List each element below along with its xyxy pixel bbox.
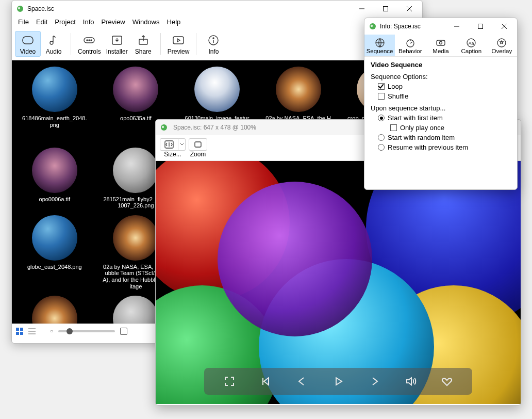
preview-canvas [156, 161, 521, 404]
thumbnail-caption: opo0635a.tif [119, 114, 153, 122]
installer-icon [107, 34, 127, 47]
thumbnail-size-slider[interactable] [58, 330, 115, 332]
previous-icon[interactable] [292, 372, 312, 391]
start-random-radio[interactable] [378, 134, 385, 141]
tab-overlay[interactable]: Overlay [487, 35, 517, 56]
svg-rect-14 [173, 37, 184, 44]
play-icon[interactable] [328, 372, 348, 391]
thumbnail-image [182, 65, 252, 114]
main-titlebar[interactable]: Space.isc [12, 1, 422, 17]
menubar: File Edit Project Info Preview Windows H… [12, 17, 422, 29]
info-body: Video Sequence Sequence Options: Loop Sh… [364, 57, 517, 157]
svg-point-7 [50, 41, 53, 44]
toolbar-audio[interactable]: Audio [41, 31, 66, 57]
zoom-in-icon[interactable] [120, 328, 127, 335]
svg-point-29 [371, 25, 373, 27]
audio-icon [43, 34, 64, 47]
app-icon [369, 22, 377, 30]
svg-point-0 [17, 6, 23, 12]
svg-point-25 [162, 126, 164, 128]
svg-point-11 [91, 40, 92, 41]
svg-rect-17 [16, 328, 19, 331]
share-icon [133, 34, 154, 47]
svg-rect-3 [384, 7, 388, 11]
svg-rect-36 [437, 40, 445, 45]
svg-point-37 [440, 42, 442, 44]
menu-file[interactable]: File [15, 17, 32, 29]
info-tabs: Sequence Behavior Media AaCaption Overla… [364, 35, 517, 57]
info-titlebar[interactable]: Info: Space.isc [364, 18, 517, 35]
thumbnail[interactable]: globe_east_2048.png [16, 213, 93, 290]
minimize-button[interactable] [350, 1, 374, 17]
info-icon [203, 34, 224, 47]
main-toolbar: VideoAudioControlsInstallerSharePreviewI… [12, 29, 422, 60]
maximize-button[interactable] [469, 19, 492, 34]
fullscreen-icon[interactable] [220, 372, 239, 391]
svg-text:Aa: Aa [469, 41, 474, 46]
svg-point-9 [87, 40, 88, 41]
svg-rect-27 [195, 142, 201, 147]
playback-controls [204, 368, 472, 395]
preview-icon [168, 34, 189, 47]
startup-label: Upon sequence startup... [371, 104, 511, 112]
thumbnail[interactable]: 618486main_earth_2048.png [16, 65, 93, 141]
thumbnail-image [264, 65, 333, 114]
tab-sequence[interactable]: Sequence [364, 35, 395, 56]
thumbnail-caption: globe_east_2048.png [26, 263, 83, 270]
menu-project[interactable]: Project [52, 17, 78, 29]
menu-windows[interactable]: Windows [129, 17, 163, 29]
sequence-options-label: Sequence Options: [371, 73, 511, 80]
thumbnail[interactable]: opo0006a.tif [16, 146, 93, 209]
toolbar-info[interactable]: Info [201, 31, 226, 57]
resume-radio[interactable] [378, 144, 385, 151]
maximize-button[interactable] [374, 1, 397, 17]
thumbnail-image [20, 65, 89, 114]
thumbnail-caption: opo0006a.tif [38, 195, 72, 203]
svg-rect-18 [20, 328, 23, 331]
close-button[interactable] [492, 19, 516, 34]
zoom-button[interactable]: Zoom [189, 138, 207, 158]
minimize-button[interactable] [445, 19, 469, 34]
size-button[interactable]: Size... [160, 138, 186, 158]
volume-icon[interactable] [401, 372, 421, 391]
svg-rect-20 [20, 332, 23, 335]
info-window: Info: Space.isc Sequence Behavior Media … [364, 18, 518, 190]
tab-behavior[interactable]: Behavior [395, 35, 425, 56]
svg-rect-31 [478, 24, 483, 29]
menu-help[interactable]: Help [164, 17, 184, 29]
first-icon[interactable] [256, 372, 275, 391]
toolbar-video[interactable]: Video [15, 31, 41, 57]
loop-checkbox[interactable] [378, 83, 385, 90]
chevron-down-icon[interactable] [178, 138, 186, 151]
close-button[interactable] [397, 1, 421, 17]
shuffle-checkbox[interactable] [378, 93, 385, 100]
menu-preview[interactable]: Preview [98, 17, 128, 29]
thumbnail-caption: 618486main_earth_2048.png [20, 114, 89, 128]
thumbnail-image [20, 213, 89, 263]
tab-media[interactable]: Media [425, 35, 456, 56]
start-first-radio[interactable] [378, 115, 385, 121]
zoom-out-icon[interactable]: ○ [50, 328, 53, 334]
svg-point-28 [370, 23, 376, 29]
thumbnail[interactable]: 168785main_image_feature_755_ys_full.jpg [16, 294, 93, 324]
preview-title-text: Space.isc: 647 x 478 @ 100% [173, 124, 256, 131]
menu-info[interactable]: Info [80, 17, 97, 29]
svg-point-24 [161, 124, 167, 131]
menu-edit[interactable]: Edit [33, 17, 51, 29]
app-icon [160, 123, 168, 132]
next-icon[interactable] [364, 372, 384, 391]
list-view-icon[interactable] [28, 328, 36, 335]
grid-view-icon[interactable] [16, 328, 23, 335]
toolbar-installer[interactable]: Installer [104, 31, 130, 57]
toolbar-share[interactable]: Share [130, 31, 156, 57]
info-heading: Video Sequence [371, 61, 511, 69]
thumbnail-image [20, 146, 89, 195]
svg-rect-6 [23, 37, 33, 44]
toolbar-controls[interactable]: Controls [75, 31, 104, 57]
only-once-checkbox[interactable] [390, 124, 397, 131]
svg-point-1 [18, 7, 20, 9]
toolbar-preview[interactable]: Preview [165, 31, 192, 57]
tab-caption[interactable]: AaCaption [456, 35, 487, 56]
like-icon[interactable] [437, 372, 457, 391]
thumbnail-image [20, 294, 89, 324]
